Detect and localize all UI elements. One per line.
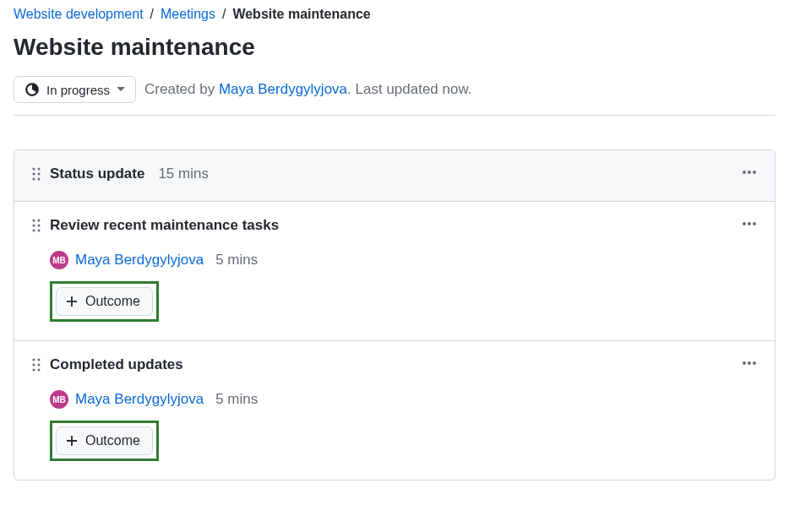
svg-point-9: [753, 171, 756, 174]
section-title: Completed updates: [50, 356, 183, 373]
status-label: In progress: [46, 83, 110, 97]
breadcrumb-separator: /: [222, 7, 226, 22]
svg-point-13: [38, 225, 41, 227]
meta-row: In progress Created by Maya Berdygylyjov…: [14, 76, 775, 116]
section-menu-button[interactable]: [741, 164, 758, 181]
outcome-label: Outcome: [85, 294, 140, 309]
assignee-duration: 5 mins: [215, 252, 258, 269]
svg-point-24: [38, 364, 41, 366]
section-title: Review recent maintenance tasks: [50, 217, 279, 234]
svg-point-12: [33, 225, 35, 227]
svg-point-27: [743, 361, 746, 365]
breadcrumb-separator: /: [150, 7, 154, 22]
plus-icon: [65, 295, 79, 308]
svg-point-28: [748, 361, 751, 365]
drag-handle-icon[interactable]: [31, 358, 41, 372]
section-duration: 15 mins: [158, 166, 209, 182]
created-by-prefix: Created by: [144, 81, 219, 97]
svg-point-17: [748, 222, 751, 225]
svg-point-14: [33, 230, 35, 232]
breadcrumb-link-project[interactable]: Website development: [14, 7, 144, 22]
plus-icon: [65, 434, 79, 448]
drag-handle-icon[interactable]: [31, 219, 41, 232]
add-outcome-button[interactable]: Outcome: [56, 287, 153, 316]
outcome-label: Outcome: [85, 433, 140, 448]
svg-point-7: [743, 171, 746, 174]
meta-text: Created by Maya Berdygylyjova. Last upda…: [144, 81, 471, 98]
sections-container: Status update 15 mins Review recent main…: [14, 149, 775, 480]
section-menu-button[interactable]: [741, 355, 758, 372]
page-title: Website maintenance: [14, 34, 775, 61]
svg-point-25: [33, 369, 35, 372]
drag-handle-icon[interactable]: [31, 167, 41, 181]
in-progress-icon: [24, 82, 40, 97]
svg-point-22: [38, 359, 41, 361]
add-outcome-button[interactable]: Outcome: [56, 426, 153, 455]
section-completed-updates: Completed updates MB Maya Berdygylyjova …: [14, 341, 775, 480]
svg-point-21: [33, 359, 35, 361]
breadcrumb-current: Website maintenance: [232, 7, 370, 22]
svg-point-10: [33, 220, 35, 222]
author-link[interactable]: Maya Berdygylyjova: [219, 81, 347, 97]
assignee-row: MB Maya Berdygylyjova 5 mins: [50, 390, 758, 409]
breadcrumb-link-meetings[interactable]: Meetings: [161, 7, 215, 22]
section-status-update: Status update 15 mins: [14, 150, 775, 202]
status-dropdown[interactable]: In progress: [14, 76, 136, 103]
svg-point-6: [38, 178, 41, 181]
breadcrumb: Website development / Meetings / Website…: [14, 7, 775, 22]
svg-point-4: [38, 173, 41, 176]
assignee-duration: 5 mins: [215, 391, 258, 408]
svg-point-29: [753, 361, 756, 365]
svg-point-2: [38, 168, 41, 171]
outcome-highlight: Outcome: [50, 281, 159, 322]
section-title: Status update: [50, 166, 144, 182]
section-review-tasks: Review recent maintenance tasks MB Maya …: [14, 202, 775, 341]
svg-point-1: [33, 168, 35, 171]
svg-point-23: [33, 364, 35, 366]
assignee-link[interactable]: Maya Berdygylyjova: [75, 252, 204, 269]
avatar[interactable]: MB: [50, 390, 68, 409]
assignee-link[interactable]: Maya Berdygylyjova: [75, 391, 204, 408]
svg-point-18: [753, 222, 756, 225]
svg-point-26: [38, 369, 41, 372]
updated-text: Last updated now.: [351, 81, 472, 97]
svg-point-16: [743, 222, 746, 225]
svg-point-8: [748, 171, 751, 174]
chevron-down-icon: [117, 85, 125, 94]
svg-point-11: [38, 220, 41, 222]
svg-point-3: [33, 173, 35, 176]
avatar[interactable]: MB: [50, 251, 68, 269]
outcome-highlight: Outcome: [50, 421, 159, 461]
svg-point-5: [33, 178, 35, 181]
svg-point-15: [38, 230, 41, 232]
assignee-row: MB Maya Berdygylyjova 5 mins: [50, 251, 758, 269]
section-menu-button[interactable]: [741, 215, 758, 232]
